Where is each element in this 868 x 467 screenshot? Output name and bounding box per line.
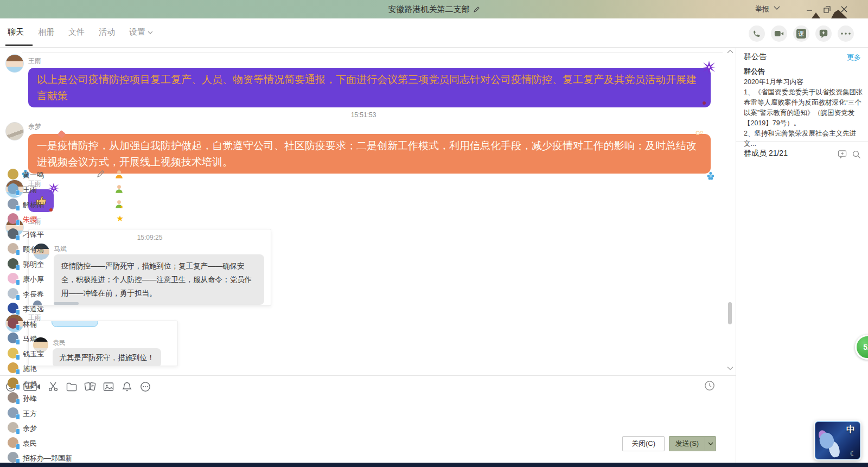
member-row[interactable]: 马斌 bbox=[0, 332, 132, 346]
close-chat-button[interactable]: 关闭(C) bbox=[622, 436, 665, 451]
avatar bbox=[8, 183, 18, 194]
member-row[interactable]: 王方 bbox=[0, 407, 132, 420]
member-name: 施艳 bbox=[23, 364, 37, 374]
member-name: 石超 bbox=[23, 379, 37, 389]
scroll-down-icon[interactable] bbox=[727, 366, 733, 370]
class-badge: 课 bbox=[796, 29, 806, 39]
avatar bbox=[8, 273, 18, 284]
message-history-clock-icon[interactable] bbox=[703, 379, 716, 392]
owner-person-icon bbox=[114, 169, 124, 179]
member-row[interactable]: 林楠 bbox=[0, 318, 132, 331]
tab-chat[interactable]: 聊天 bbox=[8, 27, 24, 46]
member-name: 袁民 bbox=[23, 439, 37, 449]
bubble-tail-icon bbox=[58, 130, 66, 138]
member-name: 招标办—郑国新 bbox=[23, 453, 72, 463]
tab-activity[interactable]: 活动 bbox=[99, 27, 115, 46]
member-name: 余梦 bbox=[23, 424, 37, 433]
invite-member-icon[interactable] bbox=[838, 150, 847, 159]
member-name: 马斌 bbox=[23, 334, 37, 344]
avatar bbox=[8, 392, 18, 403]
minimize-button[interactable] bbox=[802, 3, 816, 15]
avatar bbox=[8, 362, 18, 373]
member-row[interactable]: 顾有瑞 bbox=[0, 243, 132, 256]
mobile-badge-icon bbox=[16, 265, 20, 271]
qq-group-chat-window: 安徽路港机关第二支部 举报 聊天 相册 文件 活动 设置 课 王雨 bbox=[0, 0, 868, 467]
pencil-icon[interactable] bbox=[97, 169, 105, 178]
divider bbox=[0, 375, 736, 376]
member-row[interactable]: 余梦 bbox=[0, 422, 132, 435]
report-chevron-icon[interactable] bbox=[774, 6, 781, 11]
class-button[interactable]: 课 bbox=[793, 25, 809, 42]
ime-input-panel[interactable]: 中 ☾ bbox=[815, 421, 860, 459]
member-name: 钱玉宝 bbox=[23, 349, 44, 359]
avatar bbox=[8, 378, 18, 388]
bubble-decoration-icon bbox=[703, 101, 706, 105]
member-row[interactable]: 袁民 bbox=[0, 437, 132, 450]
announcement-item: 1、《省国资委党委关于以省投资集团张春雷等人腐败案件为反面教材深化“三个以案”警… bbox=[744, 87, 867, 129]
member-row[interactable]: 朱缨 ★ bbox=[0, 213, 132, 226]
voice-call-button[interactable] bbox=[749, 25, 765, 42]
restore-button[interactable] bbox=[820, 3, 834, 15]
mobile-badge-icon bbox=[16, 444, 20, 450]
member-row[interactable]: 钱玉宝 bbox=[0, 348, 132, 361]
member-row[interactable]: 解杨阳 ★ bbox=[0, 199, 132, 212]
more-tools-icon[interactable] bbox=[139, 380, 152, 393]
member-name: 李道远 bbox=[23, 304, 44, 314]
member-row[interactable]: 石超 bbox=[0, 378, 132, 391]
mobile-badge-icon bbox=[16, 324, 20, 330]
announcement-title: 群公告 bbox=[744, 67, 765, 75]
announcement-header: 群公告 bbox=[744, 52, 767, 62]
member-row[interactable]: 王雨 bbox=[0, 183, 132, 196]
avatar bbox=[8, 258, 18, 269]
member-name: 刁锋平 bbox=[23, 230, 44, 240]
search-member-icon[interactable] bbox=[852, 150, 861, 159]
add-chat-button[interactable] bbox=[815, 25, 832, 42]
member-row[interactable]: 刁锋平 bbox=[0, 228, 132, 241]
moon-icon: ☾ bbox=[850, 449, 857, 458]
member-row[interactable]: 孙峰 bbox=[0, 392, 132, 405]
member-row[interactable]: 黄一鸣 bbox=[0, 169, 132, 182]
avatar bbox=[8, 228, 18, 239]
tab-album[interactable]: 相册 bbox=[38, 27, 54, 46]
divider bbox=[736, 141, 868, 142]
group-sidebar: 群公告 更多 群公告 2020年1月学习内容 1、《省国资委党委关于以省投资集团… bbox=[736, 48, 868, 467]
send-options-button[interactable] bbox=[705, 436, 716, 451]
send-button[interactable]: 发送(S) bbox=[669, 436, 705, 451]
member-row[interactable]: 施艳 bbox=[0, 362, 132, 375]
video-call-button[interactable] bbox=[771, 25, 787, 42]
scroll-up-icon[interactable] bbox=[727, 49, 733, 54]
admin-person-icon bbox=[114, 184, 124, 194]
sparkle-decoration-icon bbox=[703, 61, 716, 74]
member-name: 顾有瑞 bbox=[23, 245, 44, 254]
member-row[interactable]: 李長春 bbox=[0, 288, 132, 301]
close-button[interactable] bbox=[837, 3, 851, 15]
member-name: 王方 bbox=[23, 409, 37, 419]
edit-title-icon[interactable] bbox=[473, 6, 480, 13]
members-header: 群成员 21/21 bbox=[744, 149, 788, 158]
report-link[interactable]: 举报 bbox=[755, 4, 769, 14]
mobile-badge-icon bbox=[16, 235, 20, 241]
member-row[interactable]: 李道远 bbox=[0, 303, 132, 316]
mobile-badge-icon bbox=[16, 220, 20, 226]
ime-figure-art bbox=[815, 425, 847, 459]
avatar bbox=[8, 452, 18, 463]
member-row[interactable]: 康小厚 bbox=[0, 273, 132, 286]
announcement-more-link[interactable]: 更多 bbox=[847, 53, 861, 62]
sender-name: 王雨 bbox=[28, 56, 41, 66]
more-button[interactable] bbox=[838, 25, 854, 42]
titlebar: 安徽路港机关第二支部 举报 bbox=[0, 0, 868, 18]
avatar bbox=[8, 422, 18, 433]
announcement-body: 群公告 2020年1月学习内容 1、《省国资委党委关于以省投资集团张春雷等人腐败… bbox=[744, 66, 867, 149]
avatar[interactable] bbox=[5, 122, 24, 140]
mobile-badge-icon bbox=[16, 205, 20, 211]
member-name: 王雨 bbox=[23, 185, 37, 195]
mobile-badge-icon bbox=[16, 279, 20, 285]
chat-scrollbar-thumb[interactable] bbox=[728, 302, 732, 324]
star-icon: ★ bbox=[117, 214, 124, 223]
tab-files[interactable]: 文件 bbox=[68, 27, 85, 46]
tab-settings[interactable]: 设置 bbox=[129, 27, 153, 46]
avatar[interactable] bbox=[5, 54, 24, 73]
mobile-badge-icon bbox=[16, 414, 20, 420]
member-row[interactable]: 郭明奎 bbox=[0, 258, 132, 271]
member-name: 康小厚 bbox=[23, 274, 44, 284]
